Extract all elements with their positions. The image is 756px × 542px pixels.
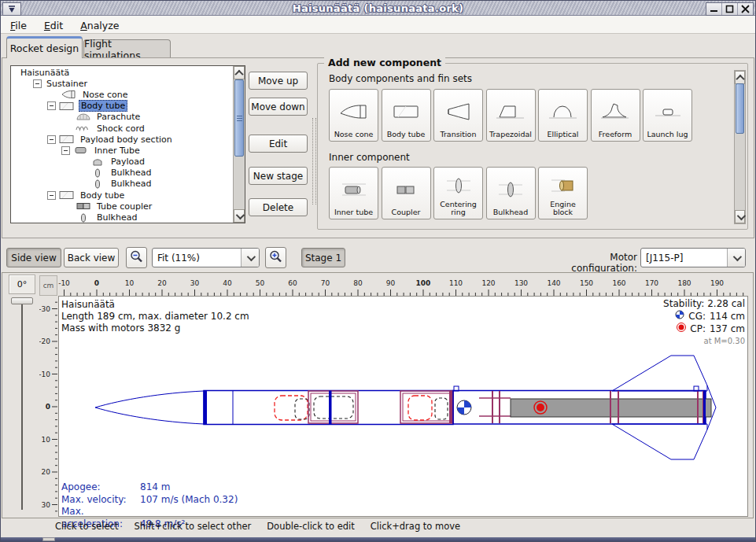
bulkhead-icon (495, 170, 526, 208)
stage-1-toggle[interactable]: Stage 1 (301, 248, 345, 267)
section-label-inner: Inner component (329, 152, 410, 163)
tree-row-bulkhead[interactable]: Bulkhead (11, 179, 233, 190)
add-coupler-button[interactable]: Coupler (382, 167, 431, 219)
expander-minus-icon[interactable] (47, 101, 56, 110)
tree-row-haisunäätä[interactable]: Haisunäätä (11, 67, 233, 78)
nose-cone-icon (338, 92, 370, 131)
group-title: Add new component (324, 57, 445, 68)
window-resize-notch[interactable] (42, 537, 55, 541)
add-nose-cone-button[interactable]: Nose cone (329, 89, 378, 142)
body-tube-icon (59, 190, 75, 200)
add-bulkhead-button[interactable]: Bulkhead (486, 167, 536, 219)
bulkhead-icon (76, 213, 91, 223)
motor-configuration-combobox[interactable]: [J115-P] (640, 248, 746, 267)
cg-row: CG:114 cm (663, 310, 745, 323)
svg-text:30: 30 (190, 279, 200, 287)
tree-row-payload[interactable]: Payload (11, 157, 233, 168)
tree-row-shock-cord[interactable]: Shock cord (11, 123, 233, 134)
tree-row-parachute[interactable]: Parachute (11, 112, 233, 123)
svg-text:0: 0 (94, 279, 99, 287)
tree-scrollbar[interactable] (233, 66, 245, 223)
move-up-button[interactable]: Move up (249, 72, 308, 90)
scroll-up-icon[interactable] (234, 66, 245, 79)
trapezoidal-fin-icon (495, 92, 526, 131)
svg-text:40: 40 (223, 279, 232, 287)
fin-bottom-shape[interactable] (612, 424, 707, 459)
add-freeform-button[interactable]: Freeform (591, 89, 640, 142)
expander-minus-icon[interactable] (47, 135, 56, 144)
svg-text:10: 10 (125, 279, 135, 287)
svg-text:20: 20 (42, 468, 51, 476)
status-hint: Click to select (55, 521, 118, 532)
zoom-out-button[interactable] (126, 247, 147, 268)
svg-text:-20: -20 (39, 337, 50, 345)
new-stage-button[interactable]: New stage (249, 167, 308, 185)
expander-minus-icon[interactable] (33, 79, 42, 88)
tree-row-payload-body-section[interactable]: Payload body section (11, 134, 233, 145)
scroll-up-icon[interactable] (735, 71, 745, 84)
scroll-down-icon[interactable] (735, 210, 745, 223)
svg-text:-30: -30 (39, 305, 50, 313)
chevron-down-icon[interactable] (727, 249, 745, 267)
tree-row-inner-tube[interactable]: Inner Tube (11, 145, 233, 156)
tree-row-bulkhead[interactable]: Bulkhead (11, 168, 233, 179)
component-tree[interactable]: HaisunäätäSustainerNose coneBody tubePar… (10, 65, 245, 223)
parachute-shape[interactable] (275, 396, 308, 420)
add-inner-tube-button[interactable]: Inner tube (329, 167, 378, 219)
inner-tube-icon (73, 146, 89, 155)
add-trapezoidal-button[interactable]: Trapezoidal (486, 89, 536, 142)
tree-scrollbar-thumb[interactable] (234, 79, 244, 157)
fin-top-shape[interactable] (612, 356, 707, 391)
menu-analyze[interactable]: Analyze (80, 20, 119, 31)
side-view-button[interactable]: Side view (6, 248, 61, 267)
delete-button[interactable]: Delete (249, 198, 308, 216)
tube-coupler-shape[interactable] (308, 391, 358, 423)
menu-edit[interactable]: Edit (44, 20, 63, 31)
maximize-icon[interactable] (721, 3, 737, 15)
tab-flight-simulations[interactable]: Flight simulations (83, 39, 171, 59)
tree-row-tube-coupler[interactable]: Tube coupler (11, 201, 233, 212)
svg-text:70: 70 (321, 279, 330, 287)
edit-button[interactable]: Edit (249, 135, 308, 153)
add-launch-lug-button[interactable]: Launch lug (643, 89, 692, 142)
rotation-slider-handle[interactable] (11, 297, 33, 304)
tree-row-body-tube[interactable]: Body tube (11, 101, 233, 112)
svg-text:180: 180 (677, 279, 691, 287)
parachute-icon (76, 112, 91, 122)
window-bottom-edge (0, 537, 756, 542)
tree-row-sustainer[interactable]: Sustainer (11, 78, 233, 89)
window-title: Haisunäätä (haisunaata.ork) (1, 2, 755, 14)
move-down-button[interactable]: Move down (249, 98, 308, 116)
add-transition-button[interactable]: Transition (433, 89, 483, 142)
add-elliptical-button[interactable]: Elliptical (538, 89, 588, 142)
back-view-button[interactable]: Back view (64, 248, 119, 267)
stability-block: Stability: 2.28 cal CG:114 cm CP:137 cm … (663, 298, 745, 347)
minimize-icon[interactable] (706, 3, 721, 15)
tree-row-body-tube[interactable]: Body tube (11, 190, 233, 201)
svg-text:100: 100 (416, 279, 431, 287)
expander-minus-icon[interactable] (47, 191, 56, 200)
flight-row: Apogee:814 m (61, 481, 238, 494)
svg-text:110: 110 (449, 279, 463, 287)
tree-row-bulkhead[interactable]: Bulkhead (11, 212, 233, 223)
rotation-slider-track[interactable] (21, 304, 23, 510)
zoom-level-combobox[interactable]: Fit (11%) (152, 248, 260, 267)
nose-cone-icon (61, 90, 77, 99)
component-scrollbar[interactable] (734, 70, 746, 224)
menu-file[interactable]: File (10, 20, 27, 31)
add-centering-ring-button[interactable]: Centering ring (433, 167, 483, 219)
add-engine-block-button[interactable]: Engine block (538, 167, 588, 219)
chevron-down-icon[interactable] (241, 249, 259, 267)
add-body-tube-button[interactable]: Body tube (382, 89, 431, 142)
tree-row-nose-cone[interactable]: Nose cone (11, 89, 233, 100)
zoom-in-button[interactable] (265, 247, 286, 268)
close-icon[interactable] (737, 3, 753, 15)
svg-text:80: 80 (353, 279, 363, 287)
component-scrollbar-thumb[interactable] (736, 83, 744, 134)
vertical-splitter[interactable] (312, 118, 316, 205)
nose-cone-shape[interactable] (95, 391, 204, 424)
scroll-down-icon[interactable] (234, 209, 245, 223)
expander-minus-icon[interactable] (61, 146, 70, 155)
tab-rocket-design[interactable]: Rocket design (6, 36, 83, 58)
coupler-icon (390, 170, 422, 208)
